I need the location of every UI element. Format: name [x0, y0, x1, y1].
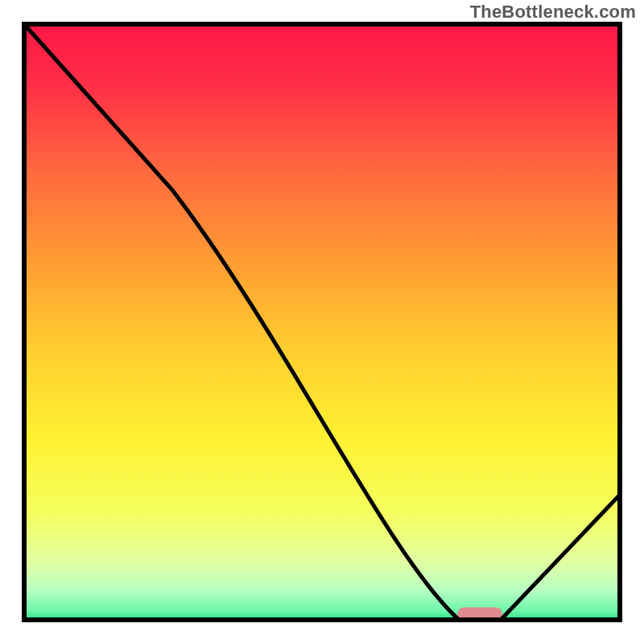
plot-area — [24, 24, 620, 621]
gradient-background — [24, 24, 620, 620]
line-chart — [0, 0, 644, 644]
chart-frame: TheBottleneck.com — [0, 0, 644, 644]
watermark-text: TheBottleneck.com — [470, 2, 636, 23]
